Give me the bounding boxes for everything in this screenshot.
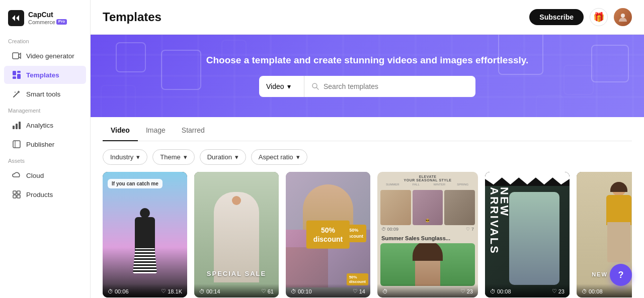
svg-rect-4	[13, 76, 16, 79]
hero-title: Choose a template and create stunning vi…	[103, 55, 632, 66]
likes-stat: ♡ 18.1K	[161, 288, 182, 294]
svg-line-17	[316, 87, 318, 89]
publisher-icon	[12, 140, 21, 149]
sidebar-item-label: Cloud	[26, 172, 44, 179]
card-footer: ⏱ 00:08 ♡ 23	[485, 284, 570, 297]
duration-stat: ⏱ 00:14	[199, 288, 220, 294]
clock-icon: ⏱	[291, 288, 296, 294]
sidebar-item-label: Analytics	[26, 122, 53, 129]
sidebar-item-label: Templates	[26, 71, 59, 79]
user-avatar[interactable]	[614, 8, 632, 26]
likes-stat: ♡ 61	[261, 288, 274, 294]
svg-rect-3	[17, 71, 21, 73]
subscribe-button[interactable]: Subscribe	[529, 9, 584, 25]
heart-icon: ♡	[161, 288, 166, 294]
sidebar-item-cloud[interactable]: Cloud	[4, 166, 86, 184]
sidebar-item-analytics[interactable]: Analytics	[4, 116, 86, 134]
search-icon	[311, 82, 319, 90]
heart-icon: ♡	[261, 288, 266, 294]
filter-theme[interactable]: Theme ▾	[152, 149, 194, 165]
filter-duration[interactable]: Duration ▾	[200, 149, 246, 165]
tab-starred[interactable]: Starred	[174, 119, 213, 141]
page-title: Templates	[103, 10, 162, 24]
products-icon	[12, 190, 21, 199]
sidebar-item-label: Video generator	[26, 52, 74, 60]
clock-icon: ⏱	[582, 288, 587, 294]
filter-aspect-ratio[interactable]: Aspect ratio ▾	[251, 149, 307, 165]
sidebar-item-smart-tools[interactable]: Smart tools	[4, 85, 86, 103]
chevron-down-icon: ▾	[287, 82, 291, 90]
svg-rect-5	[17, 74, 21, 79]
creation-section-label: Creation	[0, 34, 90, 46]
sidebar-item-label: Publisher	[26, 141, 54, 148]
svg-rect-9	[13, 141, 20, 148]
filters-row: Industry ▾ Theme ▾ Duration ▾ Aspect rat…	[103, 141, 632, 172]
template-card[interactable]: 50%discount 50%discount 50%discount	[286, 172, 370, 297]
svg-rect-6	[13, 126, 15, 129]
template-card[interactable]: SPECIAL SALE ⏱ 00:14 ♡ 61	[194, 172, 279, 297]
assets-section-label: Assets	[0, 154, 90, 166]
duration-stat: ⏱ 00:06	[108, 288, 129, 294]
search-type-label: Video	[266, 82, 284, 90]
sidebar-item-label: Products	[26, 191, 53, 198]
svg-rect-11	[13, 191, 16, 194]
duration-stat: ⏱	[382, 288, 388, 294]
sidebar-item-templates[interactable]: Templates	[4, 66, 86, 84]
gift-button[interactable]: 🎁	[590, 8, 608, 26]
help-icon: ?	[618, 270, 624, 280]
card-label: If you can catch me	[108, 179, 163, 188]
page-header: Templates Subscribe 🎁	[91, 0, 644, 35]
search-input[interactable]	[324, 82, 468, 90]
clock-icon: ⏱	[108, 288, 113, 294]
svg-rect-7	[16, 124, 18, 129]
tabs-row: Video Image Starred	[103, 117, 632, 141]
content-area: Video Image Starred Industry ▾ Theme ▾ D…	[91, 117, 644, 298]
help-button[interactable]: ?	[610, 264, 632, 286]
chevron-down-icon: ▾	[235, 153, 238, 161]
search-type-button[interactable]: Video ▾	[259, 76, 304, 97]
duration-stat: ⏱ 00:10	[291, 288, 312, 294]
svg-rect-12	[17, 191, 20, 194]
sidebar-item-video-generator[interactable]: Video generator	[4, 47, 86, 65]
duration-stat: ⏱ 00:08	[582, 288, 603, 294]
template-card[interactable]: If you can catch me ⏱ 00:06	[103, 172, 187, 297]
duration-stat: ⏱ 00:08	[490, 288, 511, 294]
sidebar-item-products[interactable]: Products	[4, 185, 86, 204]
card-footer: ⏱ 00:08 ♡ 11	[577, 284, 632, 297]
card-footer: ⏱ ♡ 23	[377, 284, 478, 297]
likes-stat: ♡ 23	[460, 288, 473, 294]
hero-search-row: Video ▾	[103, 76, 632, 97]
chevron-down-icon: ▾	[136, 153, 140, 161]
header-actions: Subscribe 🎁	[529, 8, 632, 26]
sidebar: CapCut Commerce Pro Creation Video gener…	[0, 0, 91, 298]
svg-rect-14	[17, 195, 20, 198]
clock-icon: ⏱	[490, 288, 496, 294]
card-title: Summer Sales Sunglass...	[377, 233, 478, 243]
filter-aspect-ratio-label: Aspect ratio	[259, 153, 293, 161]
template-card[interactable]: NEW ARRIVALS ⏱ 00:08 ♡ 23	[485, 172, 570, 297]
tab-image[interactable]: Image	[138, 119, 174, 141]
card-likes-top: 7	[471, 227, 474, 232]
analytics-icon	[12, 121, 21, 130]
chevron-down-icon: ▾	[296, 153, 300, 161]
brand-logo[interactable]: CapCut Commerce Pro	[0, 6, 90, 34]
heart-icon: ♡	[460, 288, 465, 294]
templates-grid: If you can catch me ⏱ 00:06	[103, 172, 632, 298]
avatar-icon	[617, 12, 628, 23]
cloud-icon	[12, 171, 21, 180]
tab-video[interactable]: Video	[103, 119, 138, 141]
card-header: ELEVATE YOUR SEASONAL STYLE SUMMERFALLWI…	[377, 172, 478, 190]
card-footer: ⏱ 00:14 ♡ 61	[194, 284, 279, 297]
svg-rect-13	[13, 195, 16, 198]
template-card[interactable]: ELEVATE YOUR SEASONAL STYLE SUMMERFALLWI…	[377, 172, 478, 297]
capcut-logo-icon	[8, 10, 24, 26]
main-content: Templates Subscribe 🎁	[91, 0, 644, 298]
sidebar-item-publisher[interactable]: Publisher	[4, 135, 86, 153]
filter-industry[interactable]: Industry ▾	[103, 149, 147, 165]
filter-industry-label: Industry	[110, 153, 133, 161]
gift-icon: 🎁	[593, 12, 604, 23]
sidebar-item-label: Smart tools	[26, 90, 60, 98]
heart-icon: ♡	[353, 288, 358, 294]
search-input-wrap	[304, 76, 475, 97]
heart-icon: ♡	[552, 288, 557, 294]
